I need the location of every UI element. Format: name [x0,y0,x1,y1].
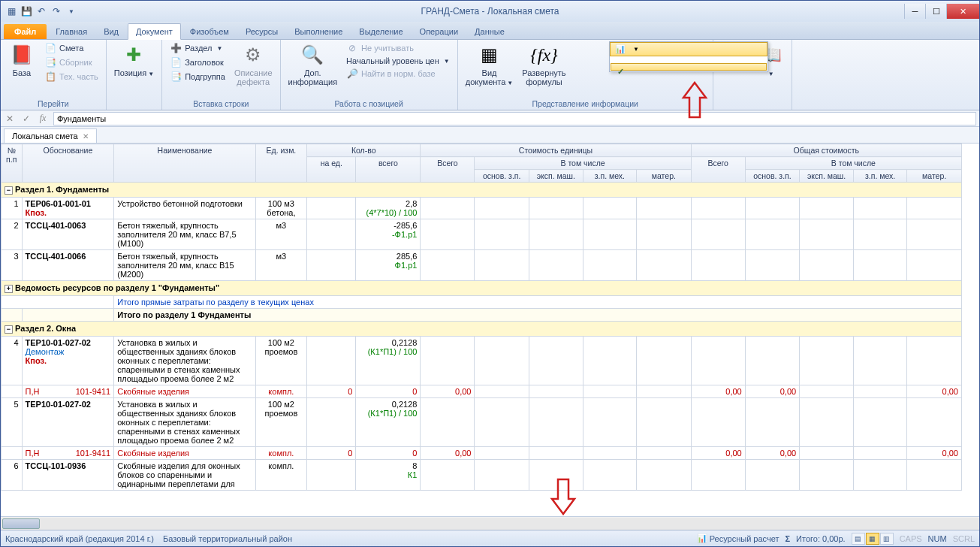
fb-accept-icon[interactable]: ✓ [20,113,32,125]
estimate-button[interactable]: 📄Смета [41,41,101,55]
calc-status-icon: 📊 [697,533,707,543]
col-unitcost: Стоимость единицы [421,144,691,157]
col-num: № п.п [2,144,23,183]
defect-icon: ⚙ [241,43,265,67]
ribbon: 📕 База 📄Смета 📑Сборник 📋Тех. часть Перей… [1,40,979,110]
scrollbar-thumb[interactable] [2,518,40,529]
position-group-label [111,98,157,110]
table-row[interactable]: 5 ТЕР10-01-027-02 Установка в жилых и об… [2,398,962,447]
table-row[interactable]: 4 ТЕР10-01-027-02ДемонтажКпоз. Установка… [2,337,962,385]
calc-option-base-index[interactable] [610,56,767,62]
ignore-icon: ⊘ [346,42,358,54]
document-tabs: Локальная смета ✕ [1,127,979,144]
link-direct-costs[interactable]: Итого прямые затраты по разделу в текущи… [114,296,962,309]
section-icon: ➕ [170,42,182,54]
subtotal-1: Итого по разделу 1 Фундаменты [114,309,962,322]
horizontal-scrollbar[interactable] [1,516,979,530]
tech-button: 📋Тех. часть [41,70,101,83]
table-row[interactable]: П,Н101-9411 Скобяные изделия компл. 0 0 … [2,385,962,398]
find-button: 🔎Найти в норм. базе [343,67,453,80]
maximize-button[interactable]: ☐ [925,4,946,19]
fb-fx-icon[interactable]: fx [37,113,49,125]
col-unit: Ед. изм. [255,144,306,183]
minimize-button[interactable]: ─ [904,4,925,19]
subgroup-icon: 📑 [170,71,182,83]
goto-group-label: Перейти [5,98,101,110]
section-button[interactable]: ➕Раздел▼ [167,41,228,55]
calc-option-resource[interactable] [611,63,767,71]
table-row[interactable]: 3 ТССЦ-401-0066 Бетон тяжелый, крупность… [2,250,962,281]
ignore-button: ⊘Не учитывать [343,41,453,55]
tab-selection[interactable]: Выделение [351,24,410,39]
ribbon-tabbar: Файл Главная Вид Документ Физобъем Ресур… [1,22,979,40]
col-code: Обоснование [22,144,114,183]
qat-dropdown-icon[interactable]: ▼ [65,5,77,17]
base-button[interactable]: 📕 База [5,41,38,79]
view-mode-2[interactable]: ▦ [866,533,879,545]
doc-tab-local[interactable]: Локальная смета ✕ [4,128,97,143]
status-num: NUM [928,534,947,543]
expand-icon[interactable]: + [5,285,13,293]
titlebar: ▦ 💾 ↶ ↷ ▼ ГРАНД-Смета - Локальная смета … [1,1,979,22]
doc-group-label [718,107,787,110]
grid-icon: ▦ [478,43,502,67]
close-button[interactable]: ✕ [946,4,979,19]
calc-method-dropdown: 📊 ▼ [609,41,768,72]
table-row[interactable]: 1 ТЕР06-01-001-01Кпоз. Устройство бетонн… [2,198,962,219]
collection-button: 📑Сборник [41,56,101,69]
work-group-label: Работа с позицией [285,98,453,110]
status-sum[interactable]: Σ [785,534,790,543]
header-button[interactable]: 📄Заголовок [167,56,228,69]
table-row[interactable]: 6 ТССЦ-101-0936 Скобяные изделия для око… [2,460,962,491]
file-tab[interactable]: Файл [4,24,47,39]
status-caps: CAPS [900,534,922,543]
plus-icon: ✚ [122,43,146,67]
tab-main[interactable]: Главная [48,24,95,39]
level-button[interactable]: Начальный уровень цен▼ [343,56,453,66]
collection-icon: 📑 [44,56,56,68]
tab-execution[interactable]: Выполнение [287,24,350,39]
search-icon: 🔎 [346,68,358,80]
fx-icon: {fx} [532,43,556,67]
tab-resources[interactable]: Ресурсы [238,24,285,39]
table-row[interactable]: П,Н101-9411 Скобяные изделия компл. 0 0 … [2,447,962,460]
tab-physvolume[interactable]: Физобъем [182,24,237,39]
section-1[interactable]: −Раздел 1. Фундаменты [2,183,962,198]
window-title: ГРАНД-Смета - Локальная смета [421,6,559,17]
status-district: Базовый территориальный район [163,534,292,543]
qat-app-icon[interactable]: ▦ [5,5,17,17]
qat-undo-icon[interactable]: ↶ [35,5,47,17]
tab-view[interactable]: Вид [96,24,126,39]
collapse-icon[interactable]: − [5,325,13,334]
status-calc-mode[interactable]: 📊Ресурсный расчет [697,533,779,543]
close-doc-icon[interactable]: ✕ [83,132,89,141]
qat-save-icon[interactable]: 💾 [20,5,32,17]
tab-document[interactable]: Документ [128,23,181,40]
calc-method-button[interactable]: 📊 ▼ [610,42,767,56]
statusbar: Краснодарский край (редакция 2014 г.) Ба… [1,530,979,546]
view-mode-1[interactable]: ▤ [852,533,865,545]
tab-data[interactable]: Данные [467,24,512,39]
col-qty: Кол-во [307,144,421,157]
fb-cancel-icon[interactable]: ✕ [4,113,16,125]
view-mode-3[interactable]: ▥ [880,533,894,545]
annotation-arrow-down [548,478,578,517]
tab-operations[interactable]: Операции [412,24,466,39]
defect-button[interactable]: ⚙ Описание дефекта [231,41,276,88]
resources-list[interactable]: +Ведомость ресурсов по разделу 1 "Фундам… [2,281,962,296]
subgroup-button[interactable]: 📑Подгруппа [167,70,228,83]
collapse-icon[interactable]: − [5,186,13,195]
extrainfo-button[interactable]: 🔍 Доп. информация [285,41,341,88]
qat-redo-icon[interactable]: ↷ [50,5,62,17]
table-row[interactable]: 2 ТССЦ-401-0063 Бетон тяжелый, крупность… [2,219,962,250]
grid-area[interactable]: № п.п Обоснование Наименование Ед. изм. … [1,144,979,516]
position-button[interactable]: ✚ Позиция▼ [111,41,157,80]
formula-bar: ✕ ✓ fx [1,110,979,127]
docview-button[interactable]: ▦ Вид документа▼ [463,41,517,89]
tech-icon: 📋 [44,71,56,83]
base-icon: 📕 [10,43,34,67]
expand-formulas-button[interactable]: {fx} Развернуть формулы [519,41,568,88]
present-group-label: Представление информации [463,98,708,110]
section-2[interactable]: −Раздел 2. Окна [2,322,962,337]
formula-input[interactable] [53,112,976,125]
